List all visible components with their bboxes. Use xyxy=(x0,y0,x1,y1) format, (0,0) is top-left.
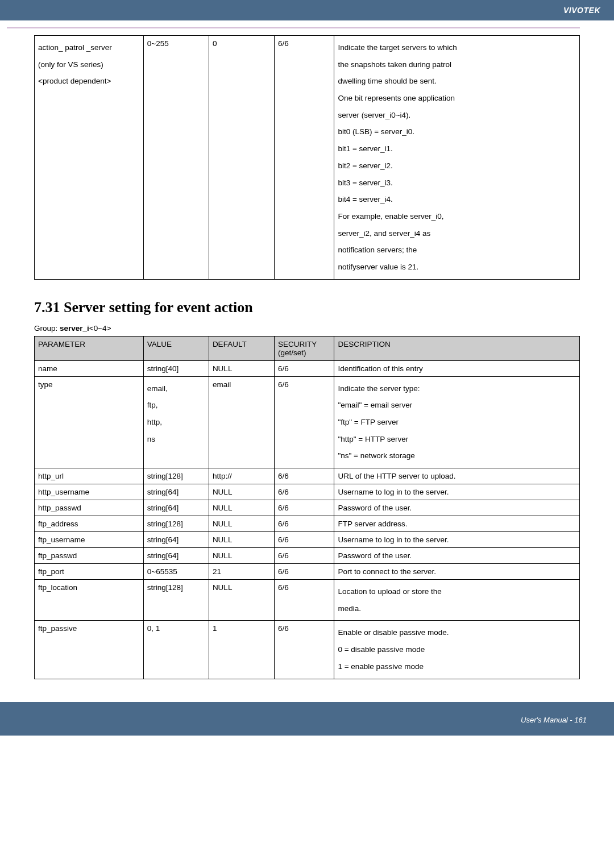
value-cell: string[64] xyxy=(143,500,209,516)
default-cell: NULL xyxy=(209,360,274,376)
value-cell: 0~255 xyxy=(143,36,209,280)
value-cell: string[64] xyxy=(143,484,209,500)
group-suffix: <0~4> xyxy=(89,324,111,333)
param-line: <product dependent> xyxy=(38,73,140,90)
param-cell: ftp_username xyxy=(35,532,144,548)
header-parameter: PARAMETER xyxy=(35,336,144,360)
desc-line: Indicate the target servers to which xyxy=(338,39,576,56)
desc-line: bit1 = server_i1. xyxy=(338,140,576,157)
default-cell: email xyxy=(209,376,274,468)
description-cell: Indicate the target servers to which the… xyxy=(334,36,580,280)
section-title: 7.31 Server setting for event action xyxy=(34,299,580,316)
page-content: action_ patrol _server (only for VS seri… xyxy=(0,35,614,702)
table-row: ftp_location string[128] NULL 6/6 Locati… xyxy=(35,580,580,621)
security-cell: 6/6 xyxy=(274,36,334,280)
group-prefix: Group: xyxy=(34,324,60,333)
desc-line: server_i2, and server_i4 as xyxy=(338,225,576,242)
header-security-sub: (get/set) xyxy=(278,348,330,357)
description-cell: Password of the user. xyxy=(334,548,580,564)
param-cell: action_ patrol _server (only for VS seri… xyxy=(35,36,144,280)
security-cell: 6/6 xyxy=(274,532,334,548)
header-description: DESCRIPTION xyxy=(334,336,580,360)
group-bold: server_i xyxy=(60,324,89,333)
default-cell: NULL xyxy=(209,484,274,500)
default-cell: http:// xyxy=(209,468,274,484)
description-cell: Identification of this entry xyxy=(334,360,580,376)
desc-line: Location to upload or store the xyxy=(338,583,576,600)
security-cell: 6/6 xyxy=(274,621,334,679)
table-row: http_url string[128] http:// 6/6 URL of … xyxy=(35,468,580,484)
default-cell: 21 xyxy=(209,564,274,580)
desc-line: notification servers; the xyxy=(338,242,576,259)
security-cell: 6/6 xyxy=(274,468,334,484)
param-cell: ftp_address xyxy=(35,516,144,532)
description-cell: Username to log in to the server. xyxy=(334,484,580,500)
desc-line: For example, enable server_i0, xyxy=(338,208,576,225)
value-cell: string[40] xyxy=(143,360,209,376)
desc-line: Enable or disable passive mode. xyxy=(338,624,576,641)
desc-line: bit3 = server_i3. xyxy=(338,175,576,192)
table-row: ftp_port 0~65535 21 6/6 Port to connect … xyxy=(35,564,580,580)
default-cell: NULL xyxy=(209,532,274,548)
page-header: VIVOTEK xyxy=(0,0,614,20)
default-cell: NULL xyxy=(209,516,274,532)
table-row: action_ patrol _server (only for VS seri… xyxy=(35,36,580,280)
value-line: ftp, xyxy=(147,397,205,414)
value-cell: string[128] xyxy=(143,580,209,621)
table-row: name string[40] NULL 6/6 Identification … xyxy=(35,360,580,376)
desc-line: media. xyxy=(338,600,576,617)
table-row: ftp_address string[128] NULL 6/6 FTP ser… xyxy=(35,516,580,532)
param-cell: http_username xyxy=(35,484,144,500)
param-line: action_ patrol _server xyxy=(38,39,140,56)
header-value: VALUE xyxy=(143,336,209,360)
table-row: http_passwd string[64] NULL 6/6 Password… xyxy=(35,500,580,516)
default-cell: NULL xyxy=(209,548,274,564)
desc-line: bit0 (LSB) = server_i0. xyxy=(338,123,576,140)
param-cell: http_url xyxy=(35,468,144,484)
desc-line: bit4 = server_i4. xyxy=(338,191,576,208)
security-cell: 6/6 xyxy=(274,564,334,580)
value-cell: 0, 1 xyxy=(143,621,209,679)
desc-line: server (server_i0~i4). xyxy=(338,107,576,124)
header-separator xyxy=(7,27,580,28)
security-cell: 6/6 xyxy=(274,500,334,516)
value-line: email, xyxy=(147,380,205,397)
default-cell: NULL xyxy=(209,580,274,621)
security-cell: 6/6 xyxy=(274,548,334,564)
desc-line: Indicate the server type: xyxy=(338,380,576,397)
param-cell: ftp_port xyxy=(35,564,144,580)
description-cell: Location to upload or store the media. xyxy=(334,580,580,621)
security-cell: 6/6 xyxy=(274,484,334,500)
description-cell: Enable or disable passive mode. 0 = disa… xyxy=(334,621,580,679)
desc-line: notifyserver value is 21. xyxy=(338,259,576,276)
desc-line: 0 = disable passive mode xyxy=(338,641,576,658)
param-cell: name xyxy=(35,360,144,376)
patrol-server-table: action_ patrol _server (only for VS seri… xyxy=(34,35,580,280)
param-line: (only for VS series) xyxy=(38,56,140,73)
value-cell: email, ftp, http, ns xyxy=(143,376,209,468)
header-security: SECURITY (get/set) xyxy=(274,336,334,360)
desc-line: "ns" = network storage xyxy=(338,447,576,464)
default-cell: 0 xyxy=(209,36,274,280)
group-label: Group: server_i<0~4> xyxy=(34,324,580,333)
value-cell: 0~65535 xyxy=(143,564,209,580)
desc-line: "ftp" = FTP server xyxy=(338,414,576,431)
value-cell: string[128] xyxy=(143,516,209,532)
desc-line: the snapshots taken during patrol xyxy=(338,56,576,73)
desc-line: dwelling time should be sent. xyxy=(338,73,576,90)
security-cell: 6/6 xyxy=(274,516,334,532)
brand-label: VIVOTEK xyxy=(563,6,600,15)
security-cell: 6/6 xyxy=(274,376,334,468)
param-cell: ftp_location xyxy=(35,580,144,621)
table-row: ftp_passwd string[64] NULL 6/6 Password … xyxy=(35,548,580,564)
value-line: ns xyxy=(147,431,205,448)
security-cell: 6/6 xyxy=(274,580,334,621)
description-cell: FTP server address. xyxy=(334,516,580,532)
desc-line: "email" = email server xyxy=(338,397,576,414)
param-cell: ftp_passive xyxy=(35,621,144,679)
description-cell: Port to connect to the server. xyxy=(334,564,580,580)
footer-text: User's Manual - 161 xyxy=(0,702,614,736)
table-row: type email, ftp, http, ns email 6/6 Indi… xyxy=(35,376,580,468)
desc-line: "http" = HTTP server xyxy=(338,431,576,448)
desc-line: 1 = enable passive mode xyxy=(338,658,576,675)
